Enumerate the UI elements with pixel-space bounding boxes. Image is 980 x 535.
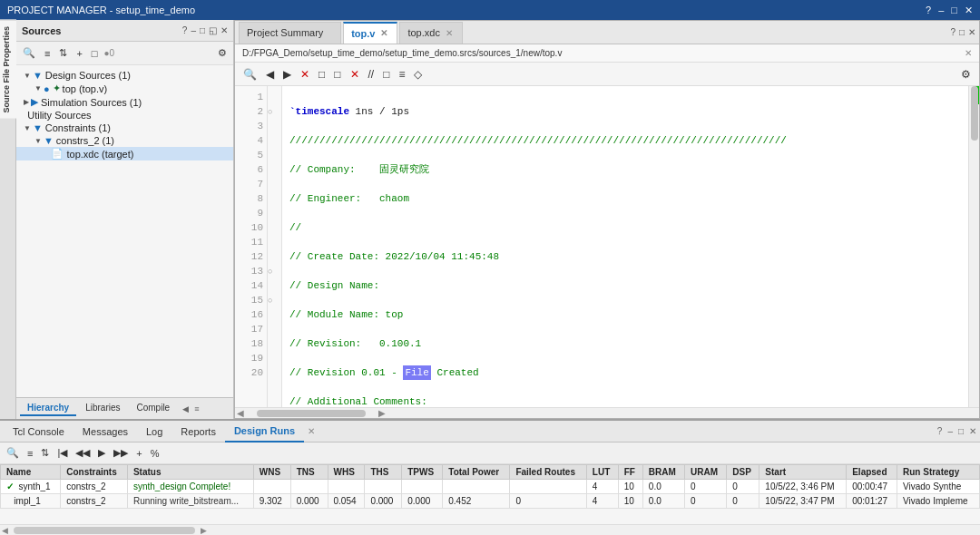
tree-arrow-constraints: ▼ xyxy=(24,124,31,132)
editor-close-icon[interactable]: ✕ xyxy=(968,27,975,37)
tab-top-v-close[interactable]: ✕ xyxy=(380,28,387,38)
dr-play-btn[interactable]: ▶ xyxy=(95,446,108,460)
row2-constraints: constrs_2 xyxy=(61,494,128,509)
tab-hierarchy[interactable]: Hierarchy xyxy=(20,401,76,416)
editor-indent-btn[interactable]: □ xyxy=(380,67,392,82)
tree-item-top-xdc[interactable]: 📄 top.xdc (target) xyxy=(16,147,233,160)
tree-item-simulation-sources[interactable]: ▶ ▶ Simulation Sources (1) xyxy=(16,95,233,109)
editor-paste-btn[interactable]: □ xyxy=(331,67,343,82)
bp-tab-design-runs[interactable]: Design Runs xyxy=(225,421,304,443)
dr-first-btn[interactable]: |◀ xyxy=(54,446,70,460)
maximize-button[interactable]: □ xyxy=(951,5,957,16)
h-scroll-right[interactable]: ▶ xyxy=(377,408,387,418)
bp-close-icon[interactable]: ✕ xyxy=(969,426,976,436)
dr-prev-btn[interactable]: ◀◀ xyxy=(73,446,93,460)
tree-item-top-v[interactable]: ▼ ● ✦ top (top.v) xyxy=(16,82,233,95)
table-row[interactable]: ✓ synth_1 constrs_2 synth_design Complet… xyxy=(1,480,980,494)
row2-run-strategy: Vivado Impleme xyxy=(897,494,980,509)
table-row[interactable]: impl_1 constrs_2 Running write_bitstream… xyxy=(1,494,980,509)
bp-tab-close[interactable]: ✕ xyxy=(308,426,315,436)
editor-cut-btn[interactable]: ✕ xyxy=(298,67,312,82)
bp-tab-reports[interactable]: Reports xyxy=(172,421,225,443)
editor-comment-btn[interactable]: // xyxy=(366,67,377,82)
dr-list-btn[interactable]: ≡ xyxy=(24,447,35,460)
dr-sort-btn[interactable]: ⇅ xyxy=(38,446,52,460)
scrollbar-thumb[interactable] xyxy=(971,86,978,141)
bp-help-icon[interactable]: ? xyxy=(937,426,943,436)
editor-help-icon[interactable]: ? xyxy=(950,27,956,37)
dr-add-btn[interactable]: + xyxy=(133,447,144,460)
editor-tab-bar-right[interactable]: ? □ ✕ xyxy=(950,27,975,37)
sources-minimize-icon[interactable]: – xyxy=(191,25,196,35)
tab-prev-arrow[interactable]: ◀ xyxy=(182,404,189,413)
editor-h-scrollbar[interactable]: ◀ ▶ xyxy=(235,407,979,418)
code-editor[interactable]: `timescale 1ns / 1ps ///////////////////… xyxy=(282,86,968,407)
design-runs-table: Name Constraints Status WNS TNS WHS THS … xyxy=(0,464,980,524)
h-scroll-left[interactable]: ◀ xyxy=(235,408,246,418)
sources-help-icon[interactable]: ? xyxy=(182,25,188,35)
sources-settings-btn[interactable]: ⚙ xyxy=(215,46,230,60)
sources-close-icon[interactable]: ✕ xyxy=(220,25,228,35)
row1-wns xyxy=(253,480,290,494)
tree-arrow-design-sources: ▼ xyxy=(24,72,31,80)
tab-menu-arrow[interactable]: ≡ xyxy=(194,404,199,413)
tab-compile[interactable]: Compile xyxy=(130,401,178,416)
sources-list-btn[interactable]: ≡ xyxy=(42,47,53,60)
tab-libraries[interactable]: Libraries xyxy=(78,401,127,416)
file-path-close[interactable]: ✕ xyxy=(965,48,972,58)
editor-panel: Project Summary top.v ✕ top.xdc ✕ ? □ ✕ xyxy=(234,20,980,419)
sources-copy-btn[interactable]: □ xyxy=(89,47,101,60)
minimize-button[interactable]: – xyxy=(938,5,944,16)
sources-add-btn[interactable]: + xyxy=(74,47,84,60)
bp-tab-messages[interactable]: Messages xyxy=(74,421,137,443)
dr-search-btn[interactable]: 🔍 xyxy=(4,446,22,460)
tab-top-xdc[interactable]: top.xdc ✕ xyxy=(399,22,462,44)
editor-copy-btn[interactable]: □ xyxy=(316,67,328,82)
editor-settings-btn[interactable]: ⚙ xyxy=(958,67,974,82)
col-failed-routes: Failed Routes xyxy=(510,465,586,480)
editor-search-btn[interactable]: 🔍 xyxy=(240,67,260,82)
title-bar-controls[interactable]: ? – □ ✕ xyxy=(926,5,973,16)
bp-minimize-icon[interactable]: – xyxy=(947,426,953,436)
editor-area[interactable]: 12345 678910 1112131415 1617181920 ○ xyxy=(235,86,979,407)
dr-next-btn[interactable]: ▶▶ xyxy=(111,446,131,460)
top-xdc-label: top.xdc (target) xyxy=(66,149,133,160)
tab-top-xdc-close[interactable]: ✕ xyxy=(446,28,453,38)
simulation-sources-icon: ▶ xyxy=(31,96,38,108)
help-button[interactable]: ? xyxy=(926,5,931,16)
bp-tab-tcl-console[interactable]: Tcl Console xyxy=(4,421,74,443)
sidebar-tab-source-file-properties[interactable]: Source File Properties xyxy=(0,20,16,119)
editor-format-btn[interactable]: ≡ xyxy=(396,67,407,82)
sources-search-btn[interactable]: 🔍 xyxy=(20,46,38,60)
close-button[interactable]: ✕ xyxy=(965,5,973,16)
editor-delete-btn[interactable]: ✕ xyxy=(348,67,362,82)
dr-percent-btn[interactable]: % xyxy=(148,447,162,460)
bp-scroll-right[interactable]: ▶ xyxy=(199,526,209,535)
bp-scroll-left[interactable]: ◀ xyxy=(0,526,10,535)
editor-scrollbar[interactable] xyxy=(968,86,979,407)
tab-top-v[interactable]: top.v ✕ xyxy=(343,22,397,44)
tree-item-constrs2[interactable]: ▼ ▼ constrs_2 (1) xyxy=(16,134,233,147)
sources-panel-controls[interactable]: ? – □ ◱ ✕ xyxy=(182,25,228,35)
bp-hscrollbar-thumb[interactable] xyxy=(14,527,195,534)
editor-bookmark-btn[interactable]: ◇ xyxy=(411,67,425,82)
bp-tab-log[interactable]: Log xyxy=(137,421,172,443)
row1-lut: 4 xyxy=(586,480,618,494)
row1-tpws xyxy=(402,480,443,494)
tree-item-constraints[interactable]: ▼ ▼ Constraints (1) xyxy=(16,122,233,134)
bottom-panel-hscrollbar[interactable]: ◀ ▶ xyxy=(0,524,980,535)
row1-total-power xyxy=(443,480,510,494)
constrs2-icon: ▼ xyxy=(44,135,54,146)
sources-float-icon[interactable]: ◱ xyxy=(209,25,217,35)
editor-undo-btn[interactable]: ◀ xyxy=(263,67,277,82)
tree-item-utility-sources[interactable]: Utility Sources xyxy=(16,109,233,122)
sources-maximize-icon[interactable]: □ xyxy=(200,25,205,35)
sources-sort-btn[interactable]: ⇅ xyxy=(56,46,70,60)
editor-maximize-icon[interactable]: □ xyxy=(959,27,965,37)
editor-redo-btn[interactable]: ▶ xyxy=(280,67,294,82)
tab-project-summary[interactable]: Project Summary xyxy=(239,22,341,44)
bp-maximize-icon[interactable]: □ xyxy=(958,426,964,436)
top-v-icon: ● xyxy=(44,83,50,94)
tree-item-design-sources[interactable]: ▼ ▼ Design Sources (1) xyxy=(16,69,233,82)
h-scrollbar-thumb[interactable] xyxy=(257,410,366,417)
